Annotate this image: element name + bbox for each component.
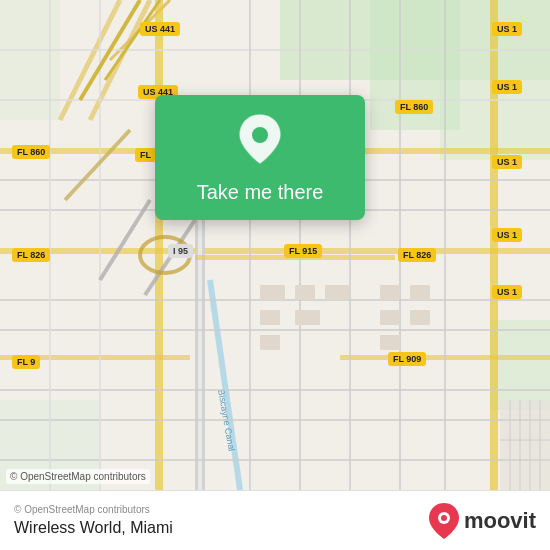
road-label-us1-3: US 1 — [492, 155, 522, 169]
road-label-fl915: FL 915 — [284, 244, 322, 258]
svg-rect-54 — [500, 400, 550, 490]
svg-rect-6 — [0, 0, 60, 120]
road-label-fl826-right: FL 826 — [398, 248, 436, 262]
svg-rect-47 — [295, 310, 320, 325]
location-title: Wireless World, Miami — [14, 519, 173, 537]
svg-rect-50 — [410, 285, 430, 300]
moovit-logo: moovit — [428, 502, 536, 540]
location-pin-icon — [238, 113, 282, 169]
road-label-us1-4: US 1 — [492, 228, 522, 242]
svg-point-64 — [441, 515, 447, 521]
svg-rect-51 — [380, 310, 400, 325]
cta-card[interactable]: Take me there — [155, 95, 365, 220]
road-label-fl826-left: FL 826 — [12, 248, 50, 262]
map-attribution: © OpenStreetMap contributors — [6, 469, 150, 484]
svg-rect-4 — [490, 320, 550, 410]
road-label-us441-top: US 441 — [140, 22, 180, 36]
svg-rect-49 — [380, 285, 400, 300]
bottom-bar: © OpenStreetMap contributors Wireless Wo… — [0, 490, 550, 550]
road-label-fl9: FL 9 — [12, 355, 40, 369]
road-label-i95: I 95 — [168, 244, 193, 258]
svg-rect-52 — [410, 310, 430, 325]
road-label-us1-2: US 1 — [492, 80, 522, 94]
svg-rect-12 — [155, 0, 163, 490]
osm-attribution: © OpenStreetMap contributors — [14, 504, 173, 515]
road-label-fl909: FL 909 — [388, 352, 426, 366]
svg-rect-18 — [490, 0, 498, 490]
svg-rect-44 — [295, 285, 315, 300]
moovit-brand-text: moovit — [464, 508, 536, 534]
road-label-us1-5: US 1 — [492, 285, 522, 299]
map-container: Biscayne Canal — [0, 0, 550, 490]
road-label-us1-top: US 1 — [492, 22, 522, 36]
svg-point-62 — [252, 127, 268, 143]
svg-rect-43 — [260, 285, 285, 300]
cta-button-label: Take me there — [197, 181, 324, 204]
location-city: Miami — [130, 519, 173, 536]
road-label-fl860-left: FL 860 — [12, 145, 50, 159]
svg-rect-48 — [260, 335, 280, 350]
location-name: Wireless World — [14, 519, 121, 536]
svg-rect-46 — [260, 310, 280, 325]
moovit-pin-icon — [428, 502, 460, 540]
svg-rect-16 — [198, 200, 202, 490]
road-label-fl860-right: FL 860 — [395, 100, 433, 114]
svg-rect-45 — [325, 285, 350, 300]
location-separator: , — [121, 519, 130, 536]
road-label-fl-mid: FL — [135, 148, 156, 162]
svg-rect-14 — [0, 248, 550, 254]
svg-rect-53 — [380, 335, 400, 350]
location-info: © OpenStreetMap contributors Wireless Wo… — [14, 504, 173, 537]
